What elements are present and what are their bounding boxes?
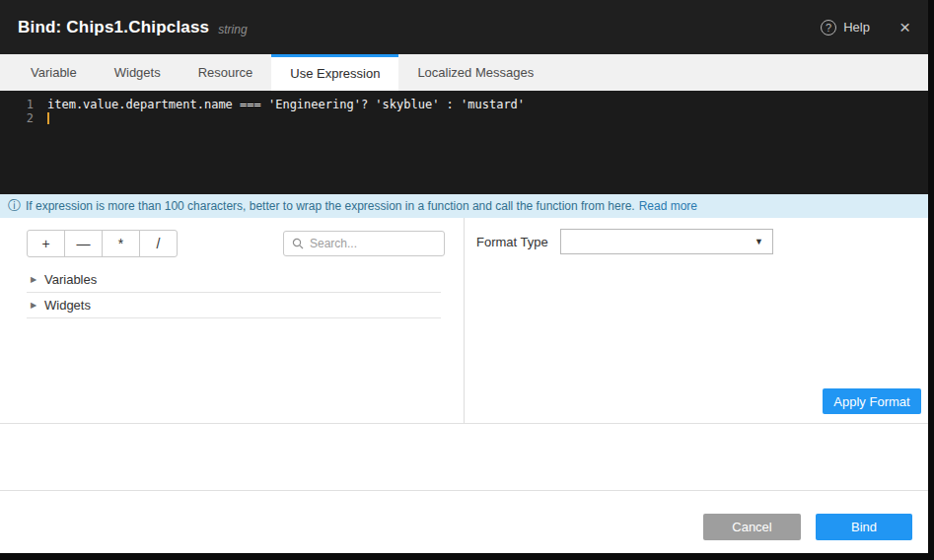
expression-hint-bar: ⓘ If expression is more than 100 charact… (0, 194, 928, 218)
expression-code-editor[interactable]: 1 item.value.department.name === 'Engine… (0, 91, 928, 194)
chevron-right-icon: ▶ (31, 301, 44, 310)
apply-format-button[interactable]: Apply Format (823, 388, 921, 414)
tab-localized-messages[interactable]: Localized Messages (398, 54, 552, 91)
chevron-down-icon: ▼ (754, 237, 763, 246)
bind-dialog-stage: Bind: Chips1.Chipclass string ? Help × V… (0, 0, 934, 560)
close-icon[interactable]: × (899, 18, 910, 36)
bound-property-type: string (218, 23, 247, 36)
search-input[interactable] (310, 237, 436, 250)
operator-divide-button[interactable]: / (139, 230, 178, 257)
code-line-2: 2 (0, 111, 928, 125)
bind-tabs: Variable Widgets Resource Use Expression… (0, 54, 928, 91)
dialog-footer: Cancel Bind (0, 490, 928, 553)
tab-use-expression[interactable]: Use Expression (271, 54, 398, 91)
main-area: + — * / ▶ Variables (0, 218, 928, 424)
help-link[interactable]: Help (843, 20, 870, 35)
operator-button-group: + — * / (27, 230, 178, 257)
text-cursor (47, 112, 49, 124)
dialog-header: Bind: Chips1.Chipclass string ? Help × (0, 0, 928, 54)
hint-text: If expression is more than 100 character… (26, 199, 635, 213)
header-actions: ? Help × (821, 18, 910, 36)
help-icon[interactable]: ? (821, 20, 836, 35)
tree-node-widgets[interactable]: ▶ Widgets (27, 293, 441, 318)
tab-widgets[interactable]: Widgets (96, 54, 180, 91)
expression-helpers-panel: + — * / ▶ Variables (0, 218, 465, 423)
operator-multiply-button[interactable]: * (102, 230, 140, 257)
code-line-text: item.value.department.name === 'Engineer… (34, 98, 525, 111)
search-box (283, 231, 445, 256)
format-type-select[interactable]: ▼ (560, 229, 773, 254)
dialog-title: Bind: Chips1.Chipclass (18, 18, 209, 37)
bind-dialog: Bind: Chips1.Chipclass string ? Help × V… (0, 0, 928, 553)
code-line-1: 1 item.value.department.name === 'Engine… (0, 98, 928, 111)
format-type-label: Format Type (476, 235, 548, 249)
tab-variable[interactable]: Variable (12, 54, 96, 91)
info-icon: ⓘ (8, 197, 21, 215)
tab-resource[interactable]: Resource (180, 54, 272, 91)
tree-node-label: Variables (44, 272, 97, 287)
operator-plus-button[interactable]: + (27, 230, 65, 257)
tree-node-label: Widgets (44, 298, 91, 313)
format-panel: Format Type ▼ Apply Format (465, 218, 928, 423)
bind-button[interactable]: Bind (816, 514, 912, 540)
chevron-right-icon: ▶ (31, 275, 44, 284)
read-more-link[interactable]: Read more (639, 199, 697, 213)
line-number: 1 (0, 98, 34, 111)
operator-minus-button[interactable]: — (64, 230, 103, 257)
search-icon (292, 238, 304, 249)
cancel-button[interactable]: Cancel (703, 514, 801, 540)
line-number: 2 (0, 111, 34, 125)
binding-source-tree: ▶ Variables ▶ Widgets (27, 267, 441, 318)
tree-node-variables[interactable]: ▶ Variables (27, 267, 441, 293)
